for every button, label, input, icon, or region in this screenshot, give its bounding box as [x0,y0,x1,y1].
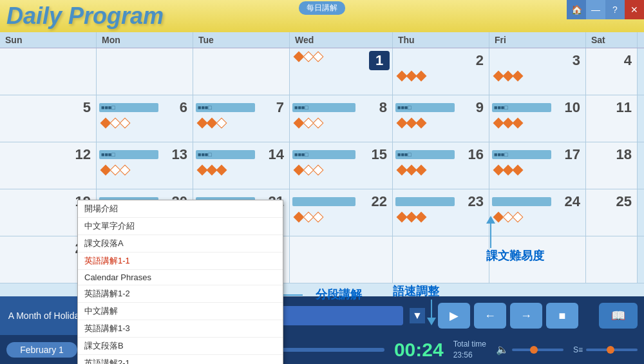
volume-icon: 🔈 [496,343,509,356]
volume-bar[interactable] [512,349,564,351]
dropdown-item-5[interactable]: 英語講解1-2 [78,285,283,303]
dropdown-item-8[interactable]: 課文段落B [78,338,283,355]
diamonds-17 [492,164,583,176]
cell-sat-18[interactable]: 18 [586,142,638,189]
date-2: 2 [395,51,486,70]
cell-thu-16[interactable]: ■■■□ 16 [393,142,489,189]
cell-sun-w1 [0,48,97,95]
cell-sat-11[interactable]: 11 [586,95,638,142]
cell-fri-3[interactable]: 3 [489,48,586,95]
cell-mon-13[interactable]: ■■■□ 13 [97,142,193,189]
cell-thu-w5 [393,236,489,283]
dropdown-item-9[interactable]: 英語講解2-1 [78,355,283,364]
calendar-wrapper: Sun Mon Tue Wed Thu Fri Sat 1 2 [0,32,644,296]
lesson-dropdown-menu[interactable]: 開場介紹 中文單字介紹 課文段落A 英語講解1-1 Calendar Phras… [77,200,283,364]
diamond-3 [216,118,227,129]
cell-fri-w5 [489,236,586,283]
home-button[interactable]: 🏠 [567,0,586,19]
cell-fri-24[interactable]: 24 [489,189,586,236]
dropdown-item-4[interactable]: Calendar Phrases [78,270,283,285]
current-date-label: February 1 [6,342,77,358]
app-title: Daily Program [6,3,164,30]
cell-wed-22[interactable]: 22 [290,189,393,236]
lesson-bar-14: ■■■□ [196,150,255,159]
cell-fri-10[interactable]: ■■■□ 10 [489,95,586,142]
lesson-bar-17: ■■■□ [492,150,551,159]
diamond-3 [513,71,524,82]
date-18: 18 [589,145,634,164]
prev-button[interactable]: ← [474,303,506,329]
minimize-button[interactable]: — [586,0,605,19]
cell-thu-2[interactable]: 2 [393,48,489,95]
playback-controls: ▶ ← → ■ 📖 [431,296,644,335]
diamonds-7 [196,117,287,129]
date-14: 14 [266,145,287,164]
cell-thu-23[interactable]: 23 [393,189,489,236]
lesson-bar-10: ■■■□ [492,103,551,112]
diamonds-13 [99,164,190,176]
dropdown-item-6[interactable]: 中文講解 [78,303,283,320]
date-3: 3 [492,51,583,70]
dropdown-item-1[interactable]: 中文單字介紹 [78,218,283,235]
cell-mon-6[interactable]: ■■■□ 6 [97,95,193,142]
day-sat: Sat [586,32,638,48]
cell-wed-15[interactable]: ■■■□ 15 [290,142,393,189]
lesson-bar-16: ■■■□ [395,150,455,159]
cell-sat-25[interactable]: 25 [586,189,638,236]
cell-wed-8[interactable]: ■■■□ 8 [290,95,393,142]
next-button[interactable]: → [510,303,542,329]
cell-mon-w1 [97,48,193,95]
diamonds-14 [196,164,287,176]
cell-wed-1[interactable]: 1 [290,48,393,95]
dropdown-item-3[interactable]: 英語講解1-1 [78,253,283,270]
day-tue: Tue [193,32,290,48]
diamond-3 [416,212,427,223]
cell-sat-4[interactable]: 4 [586,48,638,95]
lesson-bar-23 [395,197,455,206]
diamond-3 [416,71,427,82]
diamond-3 [313,212,324,223]
daily-badge: 每日講解 [299,1,345,15]
speed-bar[interactable] [586,349,638,351]
calendar-row-1: 1 2 3 [0,48,644,95]
volume-control[interactable]: 🔈 [496,343,564,356]
dropdown-item-2[interactable]: 課文段落A [78,235,283,253]
cell-fri-17[interactable]: ■■■□ 17 [489,142,586,189]
dropdown-item-7[interactable]: 英語講解1-3 [78,320,283,338]
play-button[interactable]: ▶ [438,303,470,329]
volume-knob[interactable] [530,346,538,354]
date-6: 6 [177,98,190,117]
day-fri: Fri [489,32,586,48]
cell-tue-14[interactable]: ■■■□ 14 [193,142,290,189]
speed-knob[interactable] [607,346,614,354]
diamond-3 [120,165,131,176]
lesson-bar-15: ■■■□ [292,150,355,159]
speed-control[interactable]: S≡ [573,345,638,354]
cell-tue-7[interactable]: ■■■□ 7 [193,95,290,142]
diamonds-16 [395,164,486,176]
close-button[interactable]: ✕ [625,0,644,19]
diamond-3 [416,165,427,176]
cell-sun-12[interactable]: 12 [0,142,97,189]
calendar-row-2: 5 ■■■□ 6 ■■■□ 7 [0,95,644,142]
cell-sun-5[interactable]: 5 [0,95,97,142]
diamonds-10 [492,117,583,129]
date-4: 4 [589,51,634,70]
date-15: 15 [369,145,390,164]
diamond-3 [513,165,524,176]
diamond-3 [313,52,324,62]
date-11: 11 [589,98,634,117]
total-time: Total time 23:56 [453,339,486,361]
date-25: 25 [589,192,634,211]
lesson-bar-9: ■■■□ [395,103,455,112]
help-button[interactable]: ? [605,0,625,19]
cell-thu-9[interactable]: ■■■□ 9 [393,95,489,142]
lesson-dropdown-button[interactable]: ▼ [410,308,425,323]
lesson-bar-13: ■■■□ [99,150,158,159]
date-1: 1 [369,51,390,70]
dropdown-item-0[interactable]: 開場介紹 [78,200,283,218]
calendar-row-3: 12 ■■■□ 13 ■■■□ 14 [0,142,644,189]
cell-sat-w5 [586,236,638,283]
stop-button[interactable]: ■ [546,303,578,329]
book-button[interactable]: 📖 [599,303,638,329]
